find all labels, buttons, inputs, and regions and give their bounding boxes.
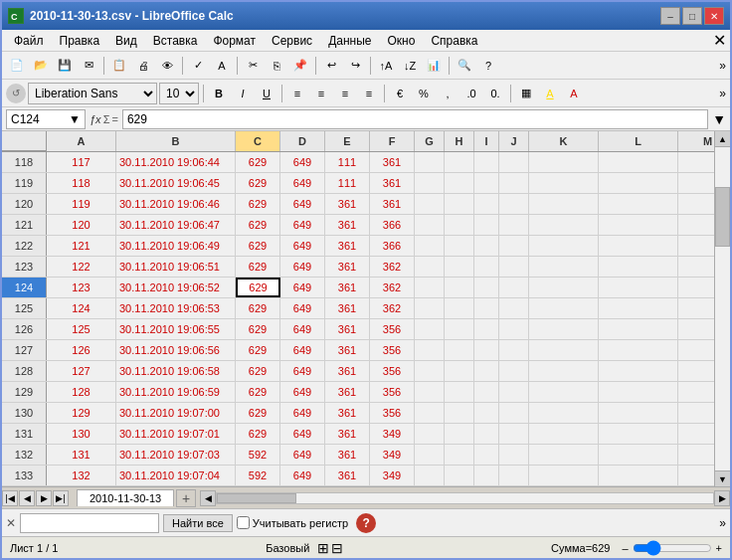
cell-C130[interactable]: 629 <box>236 403 280 423</box>
col-header-l[interactable]: L <box>599 131 678 151</box>
next-sheet-btn[interactable]: ▶ <box>36 490 52 506</box>
cell-C133[interactable]: 592 <box>236 466 280 485</box>
cell-G126[interactable] <box>415 319 445 339</box>
scroll-thumb[interactable] <box>715 187 730 247</box>
cell-D124[interactable]: 649 <box>280 278 325 297</box>
cell-D126[interactable]: 649 <box>280 319 325 339</box>
col-header-e[interactable]: E <box>325 131 370 151</box>
cell-B125[interactable]: 30.11.2010 19:06:53 <box>116 298 236 318</box>
cell-D128[interactable]: 649 <box>280 361 325 381</box>
cell-D121[interactable]: 649 <box>280 215 325 235</box>
table-row[interactable]: 12612530.11.2010 19:06:55629649361356 <box>2 319 714 340</box>
cell-G119[interactable] <box>415 173 445 193</box>
cell-D123[interactable]: 649 <box>280 257 325 277</box>
cell-E120[interactable]: 361 <box>325 194 370 214</box>
cell-M118[interactable] <box>678 152 714 172</box>
cell-J128[interactable] <box>499 361 529 381</box>
cell-J122[interactable] <box>499 236 529 256</box>
prev-sheet-btn[interactable]: ◀ <box>19 490 35 506</box>
cell-A130[interactable]: 129 <box>47 403 116 423</box>
cell-J127[interactable] <box>499 340 529 360</box>
align-left-button[interactable]: ≡ <box>286 83 308 104</box>
cell-K123[interactable] <box>529 257 599 277</box>
cell-E129[interactable]: 361 <box>325 382 370 402</box>
cell-A126[interactable]: 125 <box>47 319 116 339</box>
cell-H122[interactable] <box>445 236 474 256</box>
zoom-in-btn[interactable]: + <box>716 542 722 554</box>
findbar-expand[interactable]: » <box>719 516 726 530</box>
table-row[interactable]: 13012930.11.2010 19:07:00629649361356 <box>2 403 714 424</box>
col-header-f[interactable]: F <box>370 131 415 151</box>
col-header-g[interactable]: G <box>415 131 445 151</box>
sort-desc-button[interactable]: ↓Z <box>399 55 421 77</box>
cell-M130[interactable] <box>678 403 714 423</box>
cell-A122[interactable]: 121 <box>47 236 116 256</box>
table-row[interactable]: 13313230.11.2010 19:07:04592649361349 <box>2 466 714 486</box>
menu-help[interactable]: Справка <box>423 32 485 50</box>
chart-button[interactable]: 📊 <box>423 55 445 77</box>
cell-I125[interactable] <box>474 298 499 318</box>
cell-D125[interactable]: 649 <box>280 298 325 318</box>
bg-color-button[interactable]: A <box>539 83 561 104</box>
cell-I124[interactable] <box>474 278 499 297</box>
hscrollbar[interactable]: ◀ ▶ <box>200 490 730 506</box>
cell-E121[interactable]: 361 <box>325 215 370 235</box>
cell-F128[interactable]: 356 <box>370 361 415 381</box>
cell-J126[interactable] <box>499 319 529 339</box>
pdf-button[interactable]: 📋 <box>108 55 130 77</box>
sum-icon[interactable]: Σ <box>103 113 110 125</box>
autocorrect-button[interactable]: A <box>211 55 233 77</box>
table-row[interactable]: 12212130.11.2010 19:06:49629649361366 <box>2 236 714 257</box>
cell-H127[interactable] <box>445 340 474 360</box>
toolbar-expand[interactable]: » <box>719 59 726 73</box>
table-row[interactable]: 13213130.11.2010 19:07:03592649361349 <box>2 445 714 466</box>
cell-L132[interactable] <box>599 445 678 465</box>
font-name-select[interactable]: Liberation Sans <box>28 83 157 104</box>
cell-L127[interactable] <box>599 340 678 360</box>
page-view-icon[interactable]: ⊟ <box>331 540 343 556</box>
cell-B129[interactable]: 30.11.2010 19:06:59 <box>116 382 236 402</box>
cell-C128[interactable]: 629 <box>236 361 280 381</box>
cell-A121[interactable]: 120 <box>47 215 116 235</box>
cell-G128[interactable] <box>415 361 445 381</box>
cell-C121[interactable]: 629 <box>236 215 280 235</box>
add-sheet-btn[interactable]: + <box>176 489 196 507</box>
cell-M119[interactable] <box>678 173 714 193</box>
cell-L119[interactable] <box>599 173 678 193</box>
bold-button[interactable]: B <box>208 83 230 104</box>
decimal-inc-button[interactable]: .0 <box>460 83 482 104</box>
cell-E125[interactable]: 361 <box>325 298 370 318</box>
cell-K124[interactable] <box>529 278 599 297</box>
cell-H126[interactable] <box>445 319 474 339</box>
cell-L131[interactable] <box>599 424 678 444</box>
cell-B123[interactable]: 30.11.2010 19:06:51 <box>116 257 236 277</box>
cell-G127[interactable] <box>415 340 445 360</box>
cell-K129[interactable] <box>529 382 599 402</box>
formula-expand-icon[interactable]: ▼ <box>712 111 726 127</box>
cell-A119[interactable]: 118 <box>47 173 116 193</box>
scroll-right-btn[interactable]: ▶ <box>714 490 730 506</box>
cell-F125[interactable]: 362 <box>370 298 415 318</box>
cell-B119[interactable]: 30.11.2010 19:06:45 <box>116 173 236 193</box>
cell-F130[interactable]: 356 <box>370 403 415 423</box>
font-size-select[interactable]: 10 <box>159 83 199 104</box>
decimal-dec-button[interactable]: 0. <box>484 83 506 104</box>
cell-A124[interactable]: 123 <box>47 278 116 297</box>
cell-K132[interactable] <box>529 445 599 465</box>
cell-I128[interactable] <box>474 361 499 381</box>
find-input[interactable] <box>20 513 159 533</box>
cell-E131[interactable]: 361 <box>325 424 370 444</box>
table-row[interactable]: 12112030.11.2010 19:06:47629649361366 <box>2 215 714 236</box>
cell-D131[interactable]: 649 <box>280 424 325 444</box>
cell-D127[interactable]: 649 <box>280 340 325 360</box>
cell-G129[interactable] <box>415 382 445 402</box>
cell-A120[interactable]: 119 <box>47 194 116 214</box>
cell-J121[interactable] <box>499 215 529 235</box>
cell-B133[interactable]: 30.11.2010 19:07:04 <box>116 466 236 485</box>
cell-G120[interactable] <box>415 194 445 214</box>
cell-B130[interactable]: 30.11.2010 19:07:00 <box>116 403 236 423</box>
cell-M127[interactable] <box>678 340 714 360</box>
currency-button[interactable]: € <box>389 83 411 104</box>
cell-L128[interactable] <box>599 361 678 381</box>
cell-G118[interactable] <box>415 152 445 172</box>
